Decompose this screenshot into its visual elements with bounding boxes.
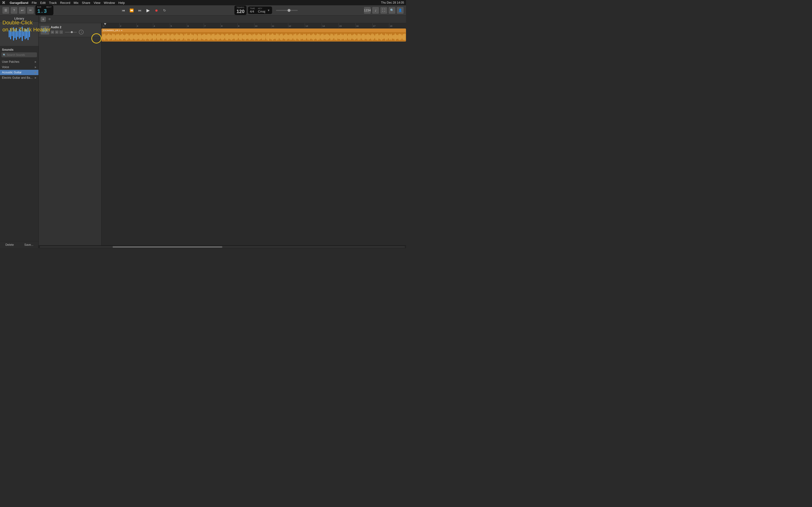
svg-rect-30: [112, 34, 112, 40]
fullscreen-button[interactable]: ⛶: [380, 7, 387, 14]
delete-button[interactable]: Delete: [0, 241, 19, 248]
add-track-button[interactable]: +: [41, 17, 46, 22]
svg-rect-67: [128, 34, 129, 40]
svg-rect-111: [147, 36, 148, 39]
tracks-container: Audio 2 M H ↓: [39, 23, 406, 245]
svg-rect-342: [248, 35, 248, 39]
apple-menu-icon[interactable]: ⌘: [2, 1, 5, 5]
svg-rect-668: [389, 34, 390, 40]
svg-rect-82: [135, 35, 135, 39]
menubar-edit[interactable]: Edit: [40, 1, 45, 5]
svg-rect-20: [108, 34, 108, 40]
svg-rect-684: [396, 35, 396, 39]
track-header-row: + ⚙: [39, 15, 406, 23]
library-item-acoustic-guitar[interactable]: Acoustic Guitar ▶: [0, 70, 39, 75]
pan-indicator: [81, 32, 82, 33]
help-button[interactable]: ?: [11, 7, 17, 14]
svg-rect-545: [336, 34, 336, 40]
menubar-mix[interactable]: Mix: [74, 1, 79, 5]
library-item-voice[interactable]: Voice ▶: [0, 64, 39, 70]
svg-rect-229: [199, 34, 199, 40]
svg-rect-491: [312, 35, 313, 39]
loop-button[interactable]: ↻: [161, 7, 168, 14]
track-pan-knob[interactable]: [79, 30, 84, 35]
track-options-icon[interactable]: ⚙: [48, 18, 51, 21]
svg-rect-81: [134, 34, 135, 40]
svg-rect-382: [265, 35, 265, 39]
svg-rect-268: [215, 35, 216, 39]
time-sig-key-display[interactable]: TIME 4/4 KEY Cmaj ▼: [248, 6, 272, 14]
track-area: + ⚙: [39, 15, 406, 248]
tuner-button[interactable]: ♩: [372, 7, 379, 14]
svg-rect-607: [363, 34, 363, 40]
svg-rect-511: [321, 34, 321, 39]
rewind-button[interactable]: ⏪: [128, 7, 135, 14]
svg-rect-420: [282, 34, 282, 40]
svg-rect-390: [268, 33, 269, 41]
track-header-audio2[interactable]: Audio 2 M H ↓: [39, 23, 101, 37]
search-button[interactable]: 🔍: [389, 7, 395, 14]
svg-rect-28: [111, 36, 112, 39]
tempo-display[interactable]: TEMPO 120: [235, 6, 246, 15]
user-button[interactable]: 👤: [397, 7, 404, 14]
menubar-app[interactable]: GarageBand: [10, 1, 28, 5]
rewind-to-start-button[interactable]: ⏮: [120, 7, 127, 14]
svg-rect-317: [237, 34, 237, 40]
mute-button[interactable]: M: [51, 31, 54, 34]
svg-rect-346: [249, 34, 250, 40]
svg-rect-57: [124, 35, 124, 39]
chevron-right-icon: ▶: [35, 66, 37, 68]
svg-rect-12: [104, 34, 105, 40]
timeline-ruler: 1 2 3 4 5 6 7 8 9 10 11 12 13 14: [101, 23, 406, 28]
svg-rect-157: [167, 34, 167, 41]
library-item-user-patches[interactable]: User Patches ▶: [0, 59, 39, 64]
svg-rect-645: [379, 35, 379, 39]
svg-rect-410: [277, 35, 277, 39]
record-button[interactable]: ⏺: [153, 7, 160, 14]
menubar-record[interactable]: Record: [60, 1, 70, 5]
svg-rect-614: [366, 35, 366, 39]
library-item-electric-guitar[interactable]: Electric Guitar and Ba... ▶: [0, 75, 39, 80]
svg-rect-647: [380, 34, 380, 40]
svg-rect-118: [150, 34, 151, 40]
svg-rect-374: [261, 35, 262, 39]
download-button[interactable]: ↓: [59, 31, 63, 34]
svg-rect-119: [151, 34, 151, 40]
svg-rect-140: [160, 35, 160, 39]
svg-rect-581: [351, 35, 352, 39]
svg-rect-310: [234, 36, 234, 39]
play-button[interactable]: ▶: [145, 7, 152, 14]
svg-rect-227: [198, 35, 198, 39]
search-sounds-input[interactable]: [7, 53, 36, 56]
svg-rect-464: [301, 35, 301, 39]
svg-rect-665: [388, 35, 388, 38]
menubar-file[interactable]: File: [32, 1, 37, 5]
search-box[interactable]: 🔍: [1, 52, 37, 57]
undo-button[interactable]: ↩: [19, 7, 26, 14]
menubar-share[interactable]: Share: [82, 1, 90, 5]
svg-rect-154: [166, 36, 166, 38]
audio-clip-zoom0001[interactable]: ZOOM0001_LR.1 ∞ // Will be rendered via …: [101, 29, 406, 42]
menubar-help[interactable]: Help: [118, 1, 125, 5]
cut-button[interactable]: ✂: [27, 7, 34, 14]
prev-marker-button[interactable]: ⏭: [136, 7, 144, 14]
track-volume-slider[interactable]: [65, 32, 77, 33]
svg-rect-205: [188, 35, 189, 39]
headphone-button[interactable]: H: [55, 31, 58, 34]
svg-rect-80: [134, 35, 134, 39]
svg-rect-687: [398, 35, 398, 39]
menubar-track[interactable]: Track: [49, 1, 57, 5]
waveform-bar-1: [9, 30, 10, 38]
save-button[interactable]: Save...: [19, 241, 39, 248]
horizontal-scrollbar[interactable]: [40, 246, 405, 248]
master-volume-slider[interactable]: [276, 10, 298, 11]
menubar-window[interactable]: Window: [104, 1, 115, 5]
svg-rect-92: [139, 35, 140, 39]
svg-rect-662: [387, 34, 387, 40]
svg-rect-451: [295, 34, 295, 40]
ruler-mark-15: 15: [339, 23, 355, 28]
menubar-view[interactable]: View: [94, 1, 101, 5]
svg-rect-22: [109, 34, 109, 41]
library-toggle-button[interactable]: ☰: [2, 7, 9, 14]
smart-controls-button[interactable]: 1234: [364, 7, 371, 14]
